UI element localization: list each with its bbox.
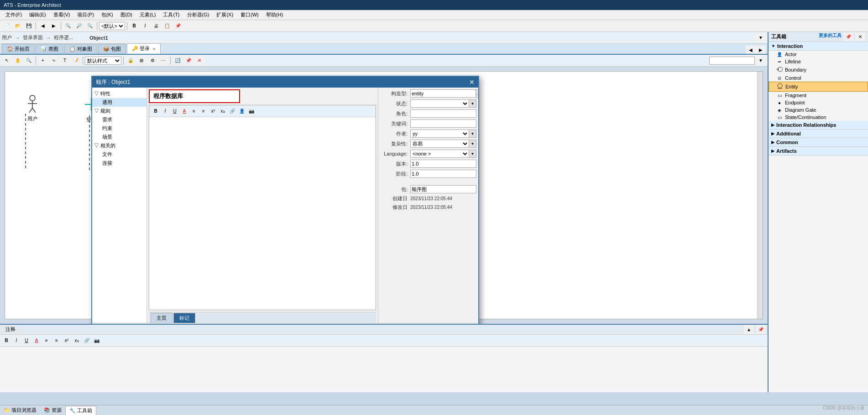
diag-note[interactable]: 📝 xyxy=(71,56,81,65)
tab-start[interactable]: 🏠 开始页 xyxy=(2,44,35,54)
prop-status-select[interactable] xyxy=(410,99,469,108)
editor-bold[interactable]: B xyxy=(151,107,160,115)
toolbox-pin[interactable]: 📌 xyxy=(843,32,853,42)
tab-login[interactable]: 🔑 登录 × xyxy=(127,43,160,54)
editor-underline[interactable]: U xyxy=(170,107,179,115)
prop-language-btn[interactable]: ▼ xyxy=(469,150,476,158)
diag-add[interactable]: + xyxy=(38,56,48,65)
bottom-underline[interactable]: U xyxy=(22,337,31,345)
toolbox-item-entity[interactable]: Entity xyxy=(769,82,868,92)
editor-list2[interactable]: ≡ xyxy=(199,107,208,115)
toolbar-search[interactable]: 🔍 xyxy=(63,21,73,31)
menu-analyzer[interactable]: 分析器(G) xyxy=(183,10,213,19)
toolbox-close[interactable]: ✕ xyxy=(855,32,865,42)
bottom-content-area[interactable] xyxy=(0,347,768,392)
diag-grid[interactable]: ⊞ xyxy=(136,56,146,65)
tab-object[interactable]: 📋 对象图 xyxy=(64,44,97,54)
toolbox-item-lifeline[interactable]: ━ Lifeline xyxy=(769,58,868,65)
editor-link[interactable]: 🔗 xyxy=(228,107,237,115)
bottom-image[interactable]: 📷 xyxy=(92,337,101,345)
diag-zoom[interactable]: 🔍 xyxy=(24,56,34,65)
menu-extend[interactable]: 扩展(X) xyxy=(213,10,237,19)
toolbar-save[interactable]: 💾 xyxy=(24,21,34,31)
diag-hand[interactable]: ✋ xyxy=(13,56,23,65)
toolbox-section-artifacts-header[interactable]: ▶ Artifacts xyxy=(769,147,868,156)
tab-nav-right[interactable]: ▶ xyxy=(756,46,766,54)
toolbox-section-interaction-header[interactable]: ▼ Interaction xyxy=(769,42,868,51)
diag-style-select[interactable]: 默认样式 xyxy=(85,57,121,65)
tab-close[interactable]: × xyxy=(152,46,155,52)
toolbox-item-boundary[interactable]: Boundary xyxy=(769,65,868,74)
prop-keyword-input[interactable] xyxy=(410,119,476,128)
bottom-list2[interactable]: ≡ xyxy=(52,337,61,345)
editor-photo[interactable]: 📷 xyxy=(247,107,256,115)
tab-package[interactable]: 📦 包图 xyxy=(98,44,126,54)
toolbar-zoom-in[interactable]: 🔎 xyxy=(74,21,84,31)
bottom-panel-pin[interactable]: 📌 xyxy=(756,325,766,334)
tree-item-scenario[interactable]: 场景 xyxy=(92,133,146,141)
bottom-link[interactable]: 🔗 xyxy=(82,337,91,345)
toolbox-item-fragment[interactable]: ▭ Fragment xyxy=(769,92,868,99)
element-name[interactable]: 程序数据库 xyxy=(149,89,240,103)
toolbar-forward[interactable]: ▶ xyxy=(49,21,59,31)
tree-group-rules[interactable]: ▽ 规则 xyxy=(92,107,146,115)
editor-italic[interactable]: I xyxy=(161,107,170,115)
diag-search[interactable] xyxy=(709,57,755,65)
actor-user[interactable]: 用户 xyxy=(19,94,46,122)
toolbar-copy[interactable]: 📋 xyxy=(162,21,172,31)
tab-toolbox[interactable]: 🔧 工具箱 xyxy=(65,406,96,415)
prop-package-input[interactable] xyxy=(410,185,476,193)
toolbar-bold[interactable]: B xyxy=(129,21,139,31)
bottom-subscript[interactable]: x₂ xyxy=(72,337,81,345)
toolbox-section-common-header[interactable]: ▶ Common xyxy=(769,138,868,147)
toolbar-italic[interactable]: I xyxy=(140,21,150,31)
toolbox-more-tools[interactable]: 更多的工具 xyxy=(819,32,842,42)
tab-nav-left[interactable]: ◀ xyxy=(746,46,756,54)
bottom-font-color[interactable]: A xyxy=(32,337,41,345)
bottom-list1[interactable]: ≡ xyxy=(42,337,51,345)
menu-project[interactable]: 项目(P) xyxy=(73,10,98,19)
menu-window[interactable]: 窗口(W) xyxy=(237,10,262,19)
prop-status-btn[interactable]: ▼ xyxy=(469,99,476,108)
editor-font-color[interactable]: A xyxy=(180,107,189,115)
diag-filter[interactable]: ▼ xyxy=(756,56,766,65)
menu-help[interactable]: 帮助(H) xyxy=(262,10,287,19)
editor-content[interactable] xyxy=(149,117,376,310)
scroll-bar-v[interactable] xyxy=(757,72,763,319)
prop-complexity-btn[interactable]: ▼ xyxy=(469,140,476,148)
editor-subscript[interactable]: x₂ xyxy=(218,107,227,115)
prop-version-input[interactable] xyxy=(410,160,476,168)
bottom-superscript[interactable]: x² xyxy=(62,337,71,345)
diag-more[interactable]: ⋯ xyxy=(158,56,168,65)
toolbox-section-relationships-header[interactable]: ▶ Interaction Relationships xyxy=(769,121,868,130)
editor-image[interactable]: 👤 xyxy=(237,107,246,115)
diag-pin[interactable]: 📌 xyxy=(183,56,193,65)
bottom-bold[interactable]: B xyxy=(2,337,11,345)
tree-item-constraint[interactable]: 约束 xyxy=(92,124,146,133)
toolbar-print[interactable]: 🖨 xyxy=(151,21,161,31)
prop-language-select[interactable]: <none > xyxy=(410,150,469,158)
menu-file[interactable]: 文件(F) xyxy=(2,10,26,19)
prop-author-select[interactable]: yy xyxy=(410,130,469,138)
tab-main[interactable]: 主页 xyxy=(151,313,173,323)
toolbox-item-diagram-gate[interactable]: ◈ Diagram Gate xyxy=(769,106,868,114)
tree-item-requirement[interactable]: 需求 xyxy=(92,115,146,124)
toolbox-item-state[interactable]: ▭ State/Continuation xyxy=(769,114,868,121)
tree-group-properties[interactable]: ▽ 特性 xyxy=(92,89,146,98)
toolbar-back[interactable]: ◀ xyxy=(38,21,48,31)
tab-mark[interactable]: 标记 xyxy=(173,313,195,323)
menu-tool[interactable]: 工具(T) xyxy=(159,10,183,19)
diag-refresh[interactable]: 🔄 xyxy=(173,56,183,65)
tree-item-file[interactable]: 文件 xyxy=(92,150,146,159)
bottom-panel-expand[interactable]: ▲ xyxy=(744,325,754,334)
toolbar-new[interactable]: 📄 xyxy=(2,21,12,31)
canvas-area[interactable]: 用户 登录界面 xyxy=(0,67,768,324)
bottom-tab-notes[interactable]: 注释 xyxy=(2,325,19,334)
dialog-close-btn[interactable]: ✕ xyxy=(469,78,475,86)
diag-text[interactable]: T xyxy=(60,56,70,65)
tree-item-general[interactable]: 通用 xyxy=(92,98,146,107)
diag-close-x[interactable]: ✕ xyxy=(194,56,204,65)
toolbox-item-control[interactable]: ⊙ Control xyxy=(769,74,868,82)
tab-project-browser[interactable]: 📁 项目浏览器 xyxy=(0,406,40,415)
toolbox-item-actor[interactable]: 👤 Actor xyxy=(769,51,868,58)
